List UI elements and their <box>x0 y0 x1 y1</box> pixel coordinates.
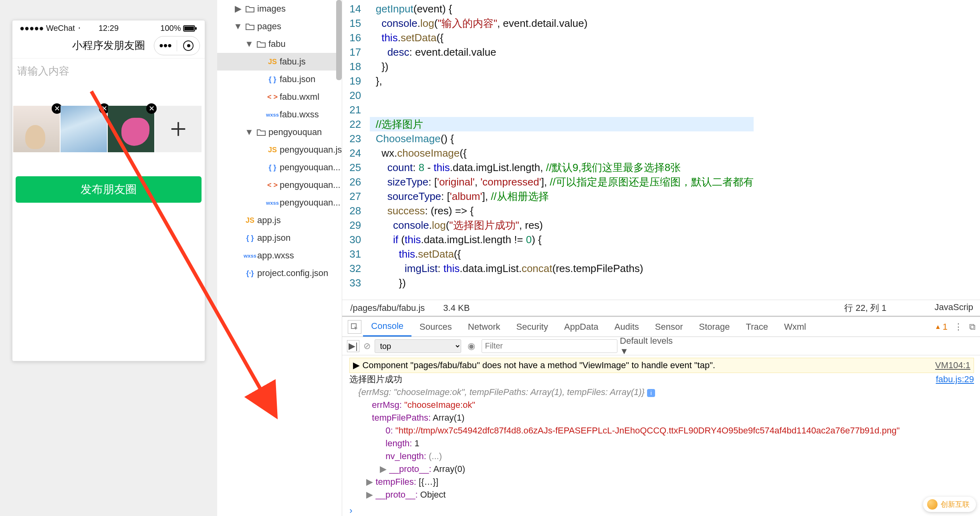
line-gutter: 1415161718192021222324252627282930313233 <box>342 0 370 300</box>
object-prop[interactable]: tempFiles: [{…}] <box>349 476 974 488</box>
code-editor[interactable]: 1415161718192021222324252627282930313233… <box>342 0 980 300</box>
publish-button[interactable]: 发布朋友圈 <box>16 176 202 203</box>
devtools-more-icon[interactable]: ⋮ <box>949 322 968 332</box>
devtools-tab-sensor[interactable]: Sensor <box>647 317 691 337</box>
devtools-tab-console[interactable]: Console <box>363 317 411 337</box>
js-icon: JS <box>265 146 280 154</box>
warning-count[interactable]: 1 <box>935 322 948 332</box>
file-label: pengyouquan... <box>280 180 341 190</box>
info-icon[interactable]: i <box>647 389 655 397</box>
file-label: fabu.json <box>280 74 315 85</box>
file-size: 3.4 KB <box>443 303 470 313</box>
file-tree-item[interactable]: wxssapp.wxss <box>217 247 342 264</box>
file-tree-item[interactable]: < >pengyouquan... <box>217 176 342 194</box>
file-tree-item[interactable]: {·}project.config.json <box>217 264 342 282</box>
language-mode: JavaScrip <box>934 302 973 314</box>
page-content: ✕ ✕ ✕ 发布朋友圈 <box>12 58 205 361</box>
console-toolbar: ▶| ⊘ top ◉ Default levels ▼ <box>342 337 980 355</box>
clear-console-icon[interactable]: ⊘ <box>362 341 373 351</box>
file-tree-item[interactable]: < >fabu.wxml <box>217 88 342 106</box>
json-icon: { } <box>243 234 257 242</box>
object-prop[interactable]: __proto__: Array(0) <box>349 463 974 476</box>
image-thumb[interactable]: ✕ <box>108 106 154 152</box>
folder-icon <box>254 128 268 136</box>
file-tree-item[interactable]: ▼pengyouquan <box>217 123 342 141</box>
file-label: images <box>257 4 286 14</box>
devtools-tab-audits[interactable]: Audits <box>607 317 647 337</box>
file-tree-item[interactable]: { }app.json <box>217 229 342 247</box>
devtools-tabs: ConsoleSourcesNetworkSecurityAppDataAudi… <box>342 317 980 337</box>
wxml-icon: < > <box>265 181 280 189</box>
phone-frame: ●●●●● WeChat ⬝ 12:29 100% 小程序发朋友圈 ••• ✕ <box>12 20 205 361</box>
editor-statusbar: /pages/fabu/fabu.js 3.4 KB 行 22, 列 1 Jav… <box>342 300 980 316</box>
content-textarea[interactable] <box>12 58 205 102</box>
object-prop[interactable]: __proto__: Object <box>349 488 974 501</box>
file-label: pengyouquan... <box>280 162 341 173</box>
capsule-more-button[interactable]: ••• <box>154 36 177 55</box>
file-tree-item[interactable]: wxsspengyouquan... <box>217 194 342 212</box>
warning-source-link[interactable]: VM104:1 <box>935 359 970 372</box>
page-title: 小程序发朋友圈 <box>72 38 145 52</box>
console-play-icon[interactable]: ▶| <box>347 340 359 352</box>
devtools-tab-network[interactable]: Network <box>460 317 508 337</box>
element-picker-icon[interactable] <box>348 320 361 334</box>
js-icon: JS <box>265 58 280 66</box>
file-label: project.config.json <box>257 268 328 278</box>
file-tree-item[interactable]: ▼pages <box>217 18 342 35</box>
devtools-dock-icon[interactable]: ⧉ <box>969 322 976 332</box>
file-tree-item[interactable]: ▶images <box>217 0 342 18</box>
console-output[interactable]: ▶ Component "pages/fabu/fabu" does not h… <box>342 355 980 506</box>
console-prompt[interactable]: › <box>342 506 980 516</box>
devtools-tab-sources[interactable]: Sources <box>411 317 460 337</box>
file-explorer[interactable]: ▶images▼pages▼fabuJSfabu.js{ }fabu.json<… <box>217 0 342 516</box>
js-icon: JS <box>243 216 257 225</box>
image-thumb[interactable]: ✕ <box>60 106 107 152</box>
file-label: pengyouquan <box>268 127 322 137</box>
code-body[interactable]: getInput(event) { console.log("输入的内容", e… <box>370 0 754 300</box>
folder-icon <box>254 40 268 48</box>
file-explorer-scrollbar[interactable] <box>336 0 342 80</box>
wxss-icon: wxss <box>243 253 257 259</box>
file-label: fabu.js <box>280 56 306 67</box>
file-tree-item[interactable]: JSpengyouquan.js <box>217 141 342 159</box>
object-prop[interactable]: tempFilePaths: Array(1) <box>349 411 974 424</box>
file-tree-item[interactable]: { }pengyouquan... <box>217 159 342 176</box>
file-label: app.json <box>257 233 290 243</box>
devtools-tab-trace[interactable]: Trace <box>738 317 776 337</box>
file-tree-item[interactable]: ▼fabu <box>217 35 342 53</box>
devtools-tab-wxml[interactable]: Wxml <box>776 317 814 337</box>
image-row: ✕ ✕ ✕ <box>12 106 205 152</box>
live-expression-icon[interactable]: ◉ <box>464 341 479 351</box>
devtools-tab-storage[interactable]: Storage <box>691 317 738 337</box>
console-warning-row: ▶ Component "pages/fabu/fabu" does not h… <box>349 358 974 373</box>
file-path: /pages/fabu/fabu.js <box>350 303 425 313</box>
object-prop[interactable]: nv_length: (...) <box>349 450 974 463</box>
file-tree-item[interactable]: JSapp.js <box>217 212 342 229</box>
capsule-buttons: ••• <box>154 36 200 55</box>
file-tree-item[interactable]: wxssfabu.wxss <box>217 106 342 123</box>
clock-label: 12:29 <box>12 24 205 33</box>
file-label: pengyouquan.js <box>280 145 342 155</box>
watermark-logo-icon <box>927 499 938 510</box>
console-object[interactable]: {errMsg: "chooseImage:ok", tempFilePaths… <box>349 386 974 399</box>
json-icon: { } <box>265 163 280 172</box>
devtools-tab-appdata[interactable]: AppData <box>556 317 607 337</box>
mini-program-navbar: 小程序发朋友圈 ••• <box>12 34 205 58</box>
wxml-icon: < > <box>265 93 280 101</box>
devtools-panel: ConsoleSourcesNetworkSecurityAppDataAudi… <box>342 316 980 516</box>
file-tree-item[interactable]: JSfabu.js <box>217 53 342 71</box>
delete-image-icon[interactable]: ✕ <box>146 103 157 114</box>
image-thumb[interactable]: ✕ <box>13 106 60 152</box>
file-label: fabu.wxss <box>280 109 319 120</box>
object-prop: errMsg: "chooseImage:ok" <box>349 399 974 411</box>
file-tree-item[interactable]: { }fabu.json <box>217 71 342 88</box>
capsule-close-button[interactable] <box>177 36 200 55</box>
file-label: fabu.wxml <box>280 92 319 102</box>
devtools-tab-security[interactable]: Security <box>508 317 556 337</box>
log-source-link[interactable]: fabu.js:29 <box>936 373 974 386</box>
add-image-button[interactable] <box>155 106 202 152</box>
json-icon: { } <box>265 75 280 84</box>
context-select[interactable]: top <box>375 339 461 353</box>
log-levels-select[interactable]: Default levels ▼ <box>620 336 677 357</box>
console-filter-input[interactable] <box>482 339 617 353</box>
